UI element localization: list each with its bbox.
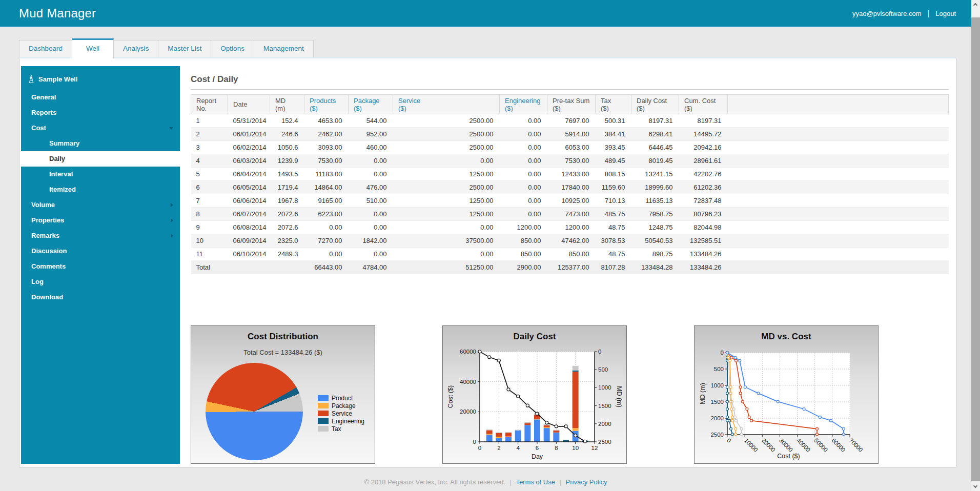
cell-empty xyxy=(728,261,949,274)
cell-products: 3093.00 xyxy=(304,141,349,154)
tab-management[interactable]: Management xyxy=(254,40,314,57)
logout-button[interactable]: Logout xyxy=(935,10,956,17)
svg-text:8: 8 xyxy=(555,445,558,451)
cell-cum-cost: 61202.36 xyxy=(679,181,728,194)
tab-options[interactable]: Options xyxy=(211,40,254,57)
svg-text:70000: 70000 xyxy=(848,437,864,453)
vertical-scrollbar[interactable] xyxy=(971,0,980,491)
tab-dashboard[interactable]: Dashboard xyxy=(19,40,72,57)
cell-empty xyxy=(728,248,949,261)
cell-empty xyxy=(728,234,949,248)
sidebar-item-remarks[interactable]: Remarks xyxy=(21,228,180,243)
cell-products: 11183.00 xyxy=(304,168,349,181)
top-header-bar: Mud Manager yyao@pvisoftware.com | Logou… xyxy=(0,0,971,27)
cell-date: 06/07/2014 xyxy=(228,208,270,221)
svg-text:1500: 1500 xyxy=(598,403,611,409)
column-header-service[interactable]: Service($) xyxy=(393,95,500,114)
cell-tax: 489.45 xyxy=(596,154,631,168)
user-email: yyao@pvisoftware.com xyxy=(852,10,922,17)
cell-empty xyxy=(728,128,949,141)
scrollbar-thumb[interactable] xyxy=(971,17,980,481)
legend-label: Product xyxy=(332,395,353,402)
scroll-down-button[interactable] xyxy=(971,482,980,491)
cell-service: 51250.00 xyxy=(393,261,500,274)
tab-well[interactable]: Well xyxy=(72,38,114,58)
cell-service: 0.00 xyxy=(393,221,500,234)
sidebar-item-reports[interactable]: Reports xyxy=(21,105,180,120)
cell-tax: 1159.60 xyxy=(596,181,631,194)
sidebar-item-general[interactable]: General xyxy=(21,90,180,105)
table-row-1: 105/31/2014152.44653.00544.002500.000.00… xyxy=(191,114,949,128)
sidebar-item-comments[interactable]: Comments xyxy=(21,259,180,274)
column-header-products[interactable]: Products($) xyxy=(304,95,349,114)
cell-tax: 808.15 xyxy=(596,168,631,181)
cell-md: 1050.6 xyxy=(270,141,304,154)
svg-text:20000: 20000 xyxy=(460,408,476,415)
scroll-up-button[interactable] xyxy=(971,0,980,9)
cell-engineering: 850.00 xyxy=(500,248,547,261)
app-title: Mud Manager xyxy=(19,6,852,21)
svg-text:Day: Day xyxy=(532,453,543,460)
cell-daily-cost: 50540.53 xyxy=(631,234,679,248)
cell-report-no: 7 xyxy=(191,194,228,208)
cell-date: 06/10/2014 xyxy=(228,248,270,261)
terms-of-use-link[interactable]: Terms of Use xyxy=(516,478,555,486)
sidebar-item-volume[interactable]: Volume xyxy=(21,197,180,213)
sidebar-item-log[interactable]: Log xyxy=(21,274,180,290)
cell-daily-cost: 13241.15 xyxy=(631,168,679,181)
cell-pre-tax-sum: 7697.00 xyxy=(547,114,596,128)
cell-empty xyxy=(728,154,949,168)
cell-daily-cost: 18999.60 xyxy=(631,181,679,194)
svg-text:2000: 2000 xyxy=(598,421,611,427)
cell-date: 06/03/2014 xyxy=(228,154,270,168)
sidebar-item-cost[interactable]: Cost xyxy=(21,120,180,136)
sidebar-item-discussion[interactable]: Discussion xyxy=(21,243,180,259)
svg-text:Cost ($): Cost ($) xyxy=(777,453,800,460)
column-header-cum-cost: Cum. Cost($) xyxy=(679,95,728,114)
sidebar-item-properties[interactable]: Properties xyxy=(21,213,180,228)
cell-package: 460.00 xyxy=(349,141,393,154)
cell-daily-cost: 898.75 xyxy=(631,248,679,261)
svg-text:0: 0 xyxy=(598,349,601,355)
cell-report-no: 11 xyxy=(191,248,228,261)
chevron-right-icon xyxy=(171,203,173,207)
cell-report-no: 10 xyxy=(191,234,228,248)
cell-md: 1493.5 xyxy=(270,168,304,181)
cell-engineering: 0.00 xyxy=(500,128,547,141)
sidebar-item-label: Daily xyxy=(49,155,65,162)
cell-service: 2500.00 xyxy=(393,114,500,128)
cell-products: 9165.00 xyxy=(304,194,349,208)
sidebar-item-label: Cost xyxy=(31,124,46,132)
cell-pre-tax-sum: 6053.00 xyxy=(547,141,596,154)
cell-tax: 48.75 xyxy=(596,221,631,234)
column-header-package[interactable]: Package($) xyxy=(349,95,393,114)
cell-tax: 3078.53 xyxy=(596,234,631,248)
privacy-policy-link[interactable]: Privacy Policy xyxy=(566,478,607,486)
legend-swatch xyxy=(318,411,329,416)
legend-item-tax: Tax xyxy=(318,425,364,433)
sidebar-item-daily[interactable]: Daily xyxy=(21,151,180,167)
table-row-11: 1106/10/20142489.30.000.000.00850.00850.… xyxy=(191,248,949,261)
tab-analysis[interactable]: Analysis xyxy=(113,40,158,57)
legend-item-package: Package xyxy=(318,402,364,410)
cell-service: 1250.00 xyxy=(393,168,500,181)
user-zone: yyao@pvisoftware.com | Logout xyxy=(852,9,956,17)
cell-daily-cost: 8019.45 xyxy=(631,154,679,168)
chevron-up-icon xyxy=(973,3,977,7)
sidebar-item-summary[interactable]: Summary xyxy=(21,136,180,151)
md-vs-cost-chart: MD vs. Cost 0500100015002000250001000020… xyxy=(694,325,879,464)
cell-tax: 48.75 xyxy=(596,248,631,261)
sidebar-item-download[interactable]: Download xyxy=(21,290,180,305)
cell-service: 0.00 xyxy=(393,248,500,261)
legend-item-engineering: Engineering xyxy=(318,417,364,425)
sidebar-item-interval[interactable]: Interval xyxy=(21,167,180,182)
tab-master-list[interactable]: Master List xyxy=(158,40,211,57)
cell-cum-cost: 20942.16 xyxy=(679,141,728,154)
cell-engineering: 0.00 xyxy=(500,168,547,181)
cell-service: 37500.00 xyxy=(393,234,500,248)
sidebar-item-itemized[interactable]: Itemized xyxy=(21,182,180,197)
cell-report-no: 2 xyxy=(191,128,228,141)
column-header-engineering[interactable]: Engineering($) xyxy=(500,95,547,114)
footer-separator: | xyxy=(507,478,514,486)
cell-pre-tax-sum: 17840.00 xyxy=(547,181,596,194)
